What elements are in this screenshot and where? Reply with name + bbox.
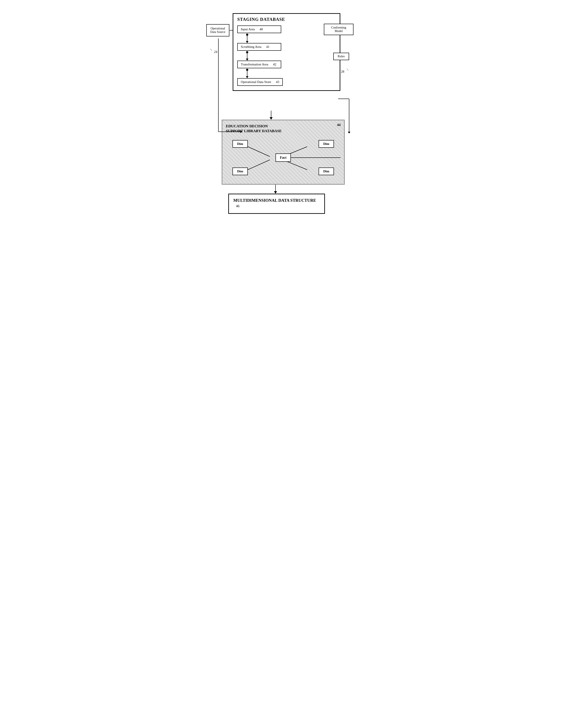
multi-title: MULTIDIMENSIONAL DATA STRUCTURE 46 bbox=[233, 198, 320, 209]
dim-box-top-left: Dim bbox=[232, 140, 248, 148]
ops-store-num: 43 bbox=[276, 80, 279, 84]
scrubbing-area-box: Scrubbing Area 41 bbox=[237, 43, 281, 51]
ops-source-label: Operational Data Source bbox=[210, 27, 225, 34]
input-area-num: 40 bbox=[259, 27, 263, 31]
rules-num: 28 bbox=[341, 70, 344, 74]
dim-box-bottom-right: Dim bbox=[319, 168, 334, 175]
dim-box-bottom-left: Dim bbox=[232, 168, 248, 175]
operational-data-store-box: Operational Data Store 43 bbox=[237, 78, 283, 86]
svg-marker-18 bbox=[348, 132, 351, 133]
rules-box: Rules bbox=[333, 53, 349, 60]
scrubbing-area-num: 41 bbox=[266, 45, 269, 49]
input-area-label: Input Area bbox=[241, 27, 255, 31]
ops-source-box: Operational Data Source bbox=[206, 24, 229, 36]
edu-db: EDUCATION DECISION SUPPORT LIBRARY DATAB… bbox=[222, 120, 345, 185]
conforming-model-box: Conforming Model bbox=[324, 24, 354, 35]
fact-box: Fact bbox=[275, 153, 291, 162]
scrubbing-area-label: Scrubbing Area bbox=[241, 45, 261, 49]
input-area-box: Input Area 40 bbox=[237, 25, 281, 33]
multi-num: 46 bbox=[236, 204, 239, 208]
transformation-area-num: 42 bbox=[273, 63, 276, 66]
ops-store-label: Operational Data Store bbox=[241, 80, 271, 84]
staging-title: STAGING DATABASE bbox=[237, 17, 336, 22]
multi-db: MULTIDIMENSIONAL DATA STRUCTURE 46 bbox=[228, 194, 325, 214]
edu-db-title: EDUCATION DECISION SUPPORT LIBRARY DATAB… bbox=[226, 124, 341, 133]
svg-line-2 bbox=[248, 160, 270, 170]
conforming-label: Conforming Model bbox=[331, 26, 346, 33]
ops-source-num: 24 bbox=[214, 50, 217, 54]
transformation-area-box: Transformation Area 42 bbox=[237, 61, 281, 68]
edu-db-num: 44 bbox=[337, 123, 341, 127]
svg-line-0 bbox=[248, 147, 270, 157]
rules-label: Rules bbox=[338, 55, 345, 58]
transformation-area-label: Transformation Area bbox=[241, 63, 268, 66]
dim-box-top-right: Dim bbox=[319, 140, 334, 148]
